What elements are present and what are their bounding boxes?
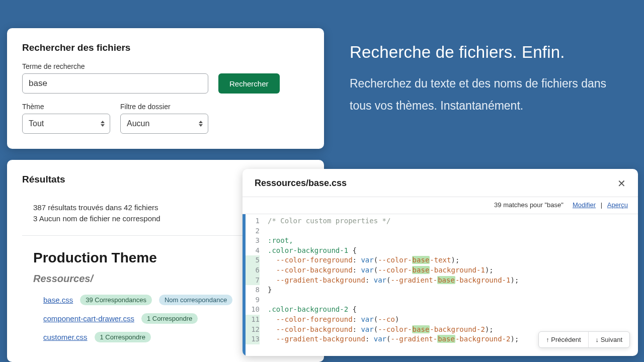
edit-link[interactable]: Modifier bbox=[573, 201, 596, 209]
chevron-updown-icon bbox=[199, 121, 203, 127]
code-body: 12345678910111213 /* Color custom proper… bbox=[243, 214, 638, 356]
file-link[interactable]: component-cart-drawer.css bbox=[43, 314, 134, 323]
term-label: Terme de recherche bbox=[22, 62, 208, 70]
search-title: Rechercher des fichiers bbox=[22, 42, 309, 53]
search-input[interactable] bbox=[22, 73, 208, 94]
preview-link[interactable]: Aperçu bbox=[607, 201, 628, 209]
prev-match-button[interactable]: ↑ Précédent bbox=[539, 332, 588, 347]
matches-count: 39 matches pour "base" bbox=[494, 201, 564, 209]
theme-label: Thème bbox=[22, 103, 110, 111]
matches-pill: 39 Correspondances bbox=[80, 295, 152, 305]
chevron-updown-icon bbox=[101, 121, 105, 127]
code-title: Ressources/base.css bbox=[255, 178, 347, 189]
search-button[interactable]: Rechercher bbox=[218, 73, 280, 94]
hero-subtitle: Recherchez du texte et des noms de fichi… bbox=[350, 73, 624, 117]
search-card: Rechercher des fichiers Terme de recherc… bbox=[7, 28, 324, 149]
theme-select[interactable]: Tout bbox=[22, 114, 110, 134]
theme-value: Tout bbox=[29, 119, 44, 128]
file-link[interactable]: customer.css bbox=[43, 333, 88, 341]
name-match-pill: Nom correspondance bbox=[159, 295, 232, 305]
close-icon[interactable]: ✕ bbox=[617, 178, 626, 189]
hero-title: Recherche de fichiers. Enfin. bbox=[350, 43, 624, 62]
folder-select[interactable]: Aucun bbox=[120, 114, 208, 134]
matches-pill: 1 Correspondre bbox=[141, 313, 198, 324]
file-link[interactable]: base.css bbox=[43, 296, 73, 304]
next-match-button[interactable]: ↓ Suivant bbox=[589, 332, 629, 347]
line-gutter: 12345678910111213 bbox=[246, 214, 263, 356]
folder-label: Filtre de dossier bbox=[120, 103, 208, 111]
matches-pill: 1 Correspondre bbox=[95, 332, 151, 342]
folder-value: Aucun bbox=[127, 119, 149, 128]
hero: Recherche de fichiers. Enfin. Recherchez… bbox=[350, 43, 624, 117]
match-nav: ↑ Précédent ↓ Suivant bbox=[538, 331, 630, 348]
code-panel: Ressources/base.css ✕ 39 matches pour "b… bbox=[243, 169, 638, 356]
